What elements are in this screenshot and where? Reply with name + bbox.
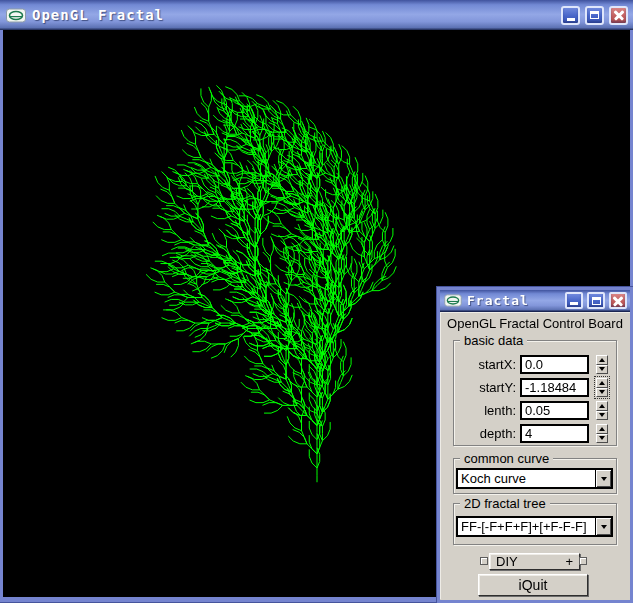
basic-data-group-label: basic data bbox=[460, 333, 527, 348]
dialog-title: Fractal bbox=[467, 293, 529, 308]
fractal-tree-combobox[interactable]: FF-[-F+F+F]+[+F-F-F] bbox=[456, 516, 613, 537]
starty-label: startY: bbox=[454, 380, 516, 395]
spinner-up-icon bbox=[599, 404, 605, 408]
depth-label: depth: bbox=[454, 426, 516, 441]
spinner-up-button[interactable] bbox=[596, 355, 608, 365]
opengl-logo-icon bbox=[6, 8, 26, 23]
fractal-control-dialog: Fractal OpenGL Fractal Control Board bas… bbox=[437, 287, 633, 603]
diy-right-grip[interactable] bbox=[579, 557, 587, 565]
basic-data-group: basic data startX: startY: bbox=[453, 340, 617, 446]
depth-row: depth: bbox=[454, 424, 618, 443]
spinner-down-button[interactable] bbox=[596, 411, 608, 421]
spinner-up-button[interactable] bbox=[596, 401, 608, 411]
close-icon bbox=[614, 10, 624, 20]
spinner-up-icon bbox=[599, 427, 605, 431]
starty-row: startY: bbox=[454, 378, 618, 397]
maximize-icon bbox=[592, 297, 601, 305]
opengl-logo-icon bbox=[444, 294, 462, 307]
spinner-down-button[interactable] bbox=[596, 388, 608, 398]
iquit-button-label: iQuit bbox=[519, 577, 548, 593]
spinner-up-button[interactable] bbox=[596, 424, 608, 434]
dialog-controls bbox=[565, 292, 627, 309]
lenth-input[interactable] bbox=[520, 401, 589, 420]
fractal-tree-group-label: 2D fractal tree bbox=[460, 496, 550, 511]
minimize-button[interactable] bbox=[561, 6, 580, 25]
depth-spinner bbox=[596, 424, 608, 443]
dropdown-arrow-button[interactable] bbox=[595, 470, 611, 487]
spinner-up-icon bbox=[599, 358, 605, 362]
diy-button[interactable]: DIY + bbox=[489, 553, 580, 570]
common-curve-selected: Koch curve bbox=[458, 471, 595, 486]
opengl-fractal-window: OpenGL Fractal Fractal OpenGL Frac bbox=[0, 0, 633, 603]
spinner-up-icon bbox=[599, 381, 605, 385]
plus-icon: + bbox=[565, 554, 573, 569]
iquit-button[interactable]: iQuit bbox=[478, 574, 588, 596]
dropdown-arrow-button[interactable] bbox=[595, 518, 611, 535]
maximize-button[interactable] bbox=[585, 6, 604, 25]
dialog-body: OpenGL Fractal Control Board basic data … bbox=[440, 312, 630, 599]
startx-spinner bbox=[596, 355, 608, 374]
spinner-down-icon bbox=[599, 367, 605, 371]
starty-input[interactable] bbox=[520, 378, 589, 397]
fractal-tree-group: 2D fractal tree FF-[-F+F+F]+[+F-F-F] bbox=[453, 503, 617, 545]
window-title: OpenGL Fractal bbox=[32, 7, 164, 23]
spinner-up-button[interactable] bbox=[596, 378, 608, 388]
common-curve-group: common curve Koch curve bbox=[453, 458, 617, 494]
diy-left-grip[interactable] bbox=[480, 557, 488, 565]
main-titlebar[interactable]: OpenGL Fractal bbox=[0, 0, 633, 30]
spinner-down-icon bbox=[599, 436, 605, 440]
window-controls bbox=[561, 6, 628, 25]
dialog-minimize-button[interactable] bbox=[565, 292, 583, 309]
minimize-icon bbox=[567, 18, 575, 21]
diy-button-label: DIY bbox=[496, 554, 518, 569]
spinner-down-button[interactable] bbox=[596, 365, 608, 375]
close-icon bbox=[613, 296, 623, 306]
minimize-icon bbox=[570, 302, 578, 305]
dialog-titlebar[interactable]: Fractal bbox=[440, 290, 630, 312]
starty-spinner bbox=[596, 378, 608, 397]
depth-input[interactable] bbox=[520, 424, 589, 443]
lenth-row: lenth: bbox=[454, 401, 618, 420]
spinner-down-button[interactable] bbox=[596, 434, 608, 444]
startx-label: startX: bbox=[454, 357, 516, 372]
spinner-down-icon bbox=[599, 390, 605, 394]
dropdown-arrow-icon bbox=[601, 477, 607, 481]
spinner-down-icon bbox=[599, 413, 605, 417]
common-curve-group-label: common curve bbox=[460, 451, 553, 466]
startx-input[interactable] bbox=[520, 355, 589, 374]
control-board-heading: OpenGL Fractal Control Board bbox=[440, 316, 630, 331]
fractal-tree-selected: FF-[-F+F+F]+[+F-F-F] bbox=[458, 519, 595, 534]
dropdown-arrow-icon bbox=[601, 525, 607, 529]
maximize-icon bbox=[590, 11, 599, 19]
close-button[interactable] bbox=[609, 6, 628, 25]
common-curve-combobox[interactable]: Koch curve bbox=[456, 468, 613, 489]
lenth-spinner bbox=[596, 401, 608, 420]
startx-row: startX: bbox=[454, 355, 618, 374]
dialog-maximize-button[interactable] bbox=[587, 292, 605, 309]
lenth-label: lenth: bbox=[454, 403, 516, 418]
dialog-close-button[interactable] bbox=[609, 292, 627, 309]
